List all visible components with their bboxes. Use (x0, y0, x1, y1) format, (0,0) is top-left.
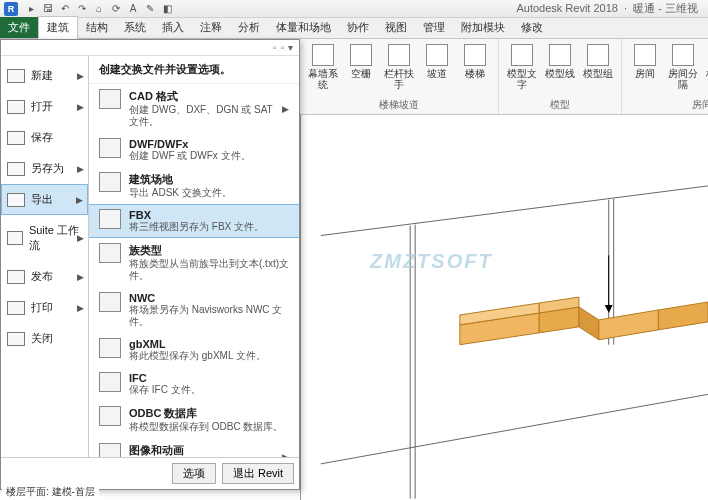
qat-measure-icon[interactable]: ✎ (143, 2, 157, 16)
qat-home-icon[interactable]: ⌂ (92, 2, 106, 16)
exit-revit-button[interactable]: 退出 Revit (222, 463, 294, 484)
file-item-icon (7, 131, 25, 145)
file-menu-item-1[interactable]: 打开▶ (1, 91, 88, 122)
file-item-label: 保存 (31, 130, 53, 145)
export-item-ifc[interactable]: IFC保存 IFC 文件。 (89, 367, 299, 401)
btn-curtain-system[interactable]: 幕墙系统 (306, 41, 340, 90)
export-item-odbc-[interactable]: ODBC 数据库将模型数据保存到 ODBC 数据库。 (89, 401, 299, 438)
model-group-icon (587, 44, 609, 66)
file-menu-submenu: 创建交换文件并设置选项。 CAD 格式创建 DWG、DXF、DGN 或 SAT … (89, 56, 299, 457)
chevron-right-icon: ▶ (77, 303, 84, 313)
export-item-nwc[interactable]: NWC将场景另存为 Navisworks NWC 文件。 (89, 287, 299, 333)
btn-ramp[interactable]: 坡道 (420, 41, 454, 79)
qat-sync-icon[interactable]: ⟳ (109, 2, 123, 16)
chevron-right-icon: ▶ (77, 164, 84, 174)
tab-addins[interactable]: 附加模块 (453, 17, 513, 38)
export-format-icon (99, 338, 121, 358)
options-button[interactable]: 选项 (172, 463, 216, 484)
export-format-icon (99, 138, 121, 158)
file-item-icon (7, 162, 25, 176)
file-menu-item-0[interactable]: 新建▶ (1, 60, 88, 91)
tab-view[interactable]: 视图 (377, 17, 415, 38)
btn-model-line[interactable]: 模型线 (543, 41, 577, 79)
svg-line-1 (321, 394, 708, 463)
export-item-title: CAD 格式 (129, 89, 274, 104)
export-format-icon (99, 406, 121, 426)
file-menu-item-5[interactable]: Suite 工作流▶ (1, 215, 88, 261)
app-title: Autodesk Revit 2018 · 暖通 - 三维视 (516, 1, 704, 16)
export-item-dwf-dwfx[interactable]: DWF/DWFx创建 DWF 或 DWFx 文件。 (89, 133, 299, 167)
chevron-right-icon: ▶ (77, 272, 84, 282)
app-logo: R (4, 2, 18, 16)
qat-text-icon[interactable]: A (126, 2, 140, 16)
file-menu-item-4[interactable]: 导出▶ (1, 184, 88, 215)
export-item--[interactable]: 族类型将族类型从当前族导出到文本(.txt)文件。 (89, 238, 299, 287)
room-sep-icon (672, 44, 694, 66)
export-item-title: FBX (129, 209, 289, 221)
export-item-title: gbXML (129, 338, 289, 350)
tab-analyze[interactable]: 分析 (230, 17, 268, 38)
dropdown-icon[interactable]: ▾ (288, 42, 293, 53)
export-item-title: IFC (129, 372, 289, 384)
tab-insert[interactable]: 插入 (154, 17, 192, 38)
tab-architecture[interactable]: 建筑 (38, 16, 78, 39)
file-item-label: Suite 工作流 (29, 223, 82, 253)
export-item-desc: 保存 IFC 文件。 (129, 384, 289, 396)
export-item-title: ODBC 数据库 (129, 406, 289, 421)
btn-room-sep[interactable]: 房间分隔 (666, 41, 700, 90)
tab-structure[interactable]: 结构 (78, 17, 116, 38)
status-bar: 楼层平面: 建模-首层 (2, 484, 99, 500)
btn-model-text[interactable]: 模型文字 (505, 41, 539, 90)
btn-stair[interactable]: 楼梯 (458, 41, 492, 79)
file-menu-item-7[interactable]: 打印▶ (1, 292, 88, 323)
qat-save-icon[interactable]: 🖫 (41, 2, 55, 16)
file-item-label: 另存为 (31, 161, 64, 176)
chevron-right-icon: ▶ (77, 71, 84, 81)
export-item-title: DWF/DWFx (129, 138, 289, 150)
recent-docs-icon[interactable]: ▫ (273, 42, 277, 53)
btn-model-group[interactable]: 模型组 (581, 41, 615, 79)
tab-file[interactable]: 文件 (0, 17, 38, 38)
export-format-icon (99, 372, 121, 392)
model-text-icon (511, 44, 533, 66)
export-format-icon (99, 172, 121, 192)
file-item-icon (7, 332, 25, 346)
export-item-cad-[interactable]: CAD 格式创建 DWG、DXF、DGN 或 SAT 文件。▶ (89, 84, 299, 133)
export-item-desc: 将此模型保存为 gbXML 文件。 (129, 350, 289, 362)
export-item-fbx[interactable]: FBX将三维视图另存为 FBX 文件。 (89, 204, 299, 238)
file-item-icon (7, 301, 25, 315)
btn-railing[interactable]: 栏杆扶手 (382, 41, 416, 90)
export-item--[interactable]: 图像和动画保存动画或图像文件。▶ (89, 438, 299, 457)
file-menu-item-8[interactable]: 关闭 (1, 323, 88, 354)
qat-undo-icon[interactable]: ↶ (58, 2, 72, 16)
file-item-icon (7, 270, 25, 284)
quick-access-toolbar: ▸ 🖫 ↶ ↷ ⌂ ⟳ A ✎ ◧ (24, 2, 174, 16)
btn-tag-room[interactable]: 标记房间 (704, 41, 708, 90)
qat-redo-icon[interactable]: ↷ (75, 2, 89, 16)
export-item--[interactable]: 建筑场地导出 ADSK 交换文件。 (89, 167, 299, 204)
qat-3d-icon[interactable]: ◧ (160, 2, 174, 16)
file-menu-item-3[interactable]: 另存为▶ (1, 153, 88, 184)
tab-annotate[interactable]: 注释 (192, 17, 230, 38)
file-menu-item-6[interactable]: 发布▶ (1, 261, 88, 292)
export-item-gbxml[interactable]: gbXML将此模型保存为 gbXML 文件。 (89, 333, 299, 367)
tab-systems[interactable]: 系统 (116, 17, 154, 38)
tab-massing[interactable]: 体量和场地 (268, 17, 339, 38)
tab-collaborate[interactable]: 协作 (339, 17, 377, 38)
export-item-title: 图像和动画 (129, 443, 274, 457)
file-menu-item-2[interactable]: 保存 (1, 122, 88, 153)
3d-viewport[interactable] (300, 115, 708, 500)
file-menu: ▫ ▫ ▾ 新建▶打开▶保存另存为▶导出▶Suite 工作流▶发布▶打印▶关闭 … (0, 39, 300, 490)
file-item-icon (7, 193, 25, 207)
tab-modify[interactable]: 修改 (513, 17, 551, 38)
svg-marker-9 (599, 310, 659, 340)
export-item-desc: 将模型数据保存到 ODBC 数据库。 (129, 421, 289, 433)
btn-room[interactable]: 房间 (628, 41, 662, 79)
export-format-icon (99, 292, 121, 312)
btn-mullion[interactable]: 空栅 (344, 41, 378, 79)
chevron-right-icon: ▶ (77, 102, 84, 112)
export-item-title: 建筑场地 (129, 172, 289, 187)
recent-docs-icon-2[interactable]: ▫ (280, 42, 284, 53)
qat-open-icon[interactable]: ▸ (24, 2, 38, 16)
tab-manage[interactable]: 管理 (415, 17, 453, 38)
